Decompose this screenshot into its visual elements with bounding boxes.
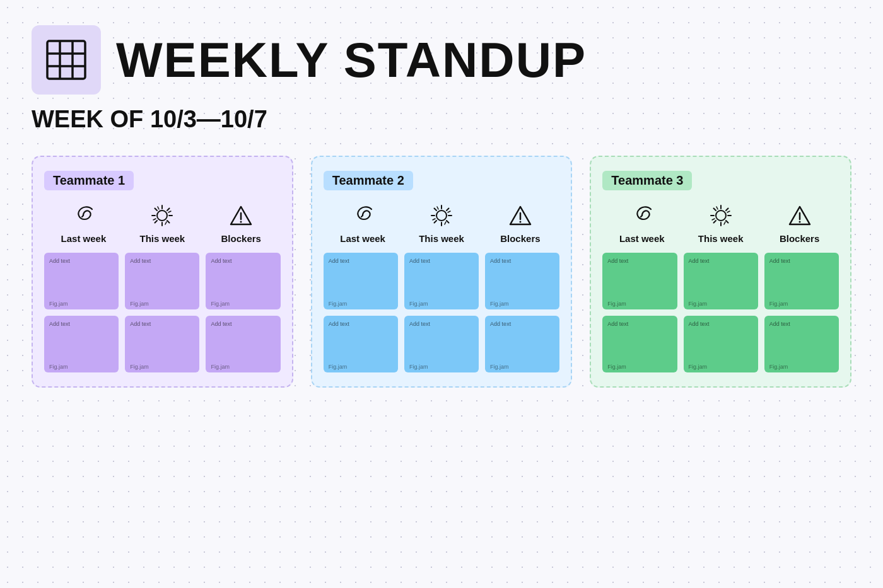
notes-rows-3: Add textFig.jamAdd textFig.jamAdd textFi… <box>602 253 839 372</box>
teammate-card-3: Teammate 3 Last week This week <box>590 156 851 388</box>
col-header-teammate-2-this-week: This week <box>402 202 481 244</box>
note-add-text: Add text <box>490 321 554 327</box>
col-header-teammate-2-blockers: Blockers <box>481 202 559 244</box>
note-add-text: Add text <box>409 321 474 327</box>
col-label-this-week: This week <box>139 233 185 244</box>
note-add-text: Add text <box>49 321 114 327</box>
sticky-note[interactable]: Add textFig.jam <box>602 253 677 309</box>
note-source-label: Fig.jam <box>49 364 114 370</box>
burst-icon <box>148 202 176 229</box>
note-add-text: Add text <box>211 258 275 264</box>
note-source-label: Fig.jam <box>329 364 393 370</box>
note-add-text: Add text <box>211 321 275 327</box>
note-source-label: Fig.jam <box>769 364 834 370</box>
note-add-text: Add text <box>689 321 753 327</box>
note-source-label: Fig.jam <box>490 364 554 370</box>
notes-row-2-1: Add textFig.jamAdd textFig.jamAdd textFi… <box>324 253 560 309</box>
svg-line-44 <box>716 207 718 209</box>
note-source-label: Fig.jam <box>607 301 672 307</box>
burst-icon <box>428 202 455 229</box>
note-source-label: Fig.jam <box>689 301 753 307</box>
svg-line-40 <box>713 209 716 211</box>
teammate-label-3: Teammate 3 <box>602 171 692 190</box>
col-headers-1: Last week This week Blockers <box>44 202 281 244</box>
svg-line-12 <box>167 209 170 211</box>
col-label-last-week: Last week <box>61 233 107 244</box>
svg-line-45 <box>724 222 725 224</box>
col-label-blockers: Blockers <box>500 233 540 244</box>
col-label-last-week: Last week <box>340 233 385 244</box>
notes-rows-2: Add textFig.jamAdd textFig.jamAdd textFi… <box>324 253 560 372</box>
week-label: WEEK OF 10/3—10/7 <box>32 106 851 133</box>
note-source-label: Fig.jam <box>769 301 834 307</box>
col-label-blockers: Blockers <box>780 233 819 244</box>
notes-row-3-2: Add textFig.jamAdd textFig.jamAdd textFi… <box>602 316 839 372</box>
sticky-note[interactable]: Add textFig.jam <box>44 316 119 372</box>
sticky-note[interactable]: Add textFig.jam <box>684 316 758 372</box>
burst-icon <box>707 202 735 229</box>
sticky-note[interactable]: Add textFig.jam <box>206 253 280 309</box>
col-label-this-week: This week <box>698 233 744 244</box>
sticky-note[interactable]: Add textFig.jam <box>125 316 199 372</box>
col-header-teammate-3-this-week: This week <box>681 202 760 244</box>
note-add-text: Add text <box>409 258 474 264</box>
note-source-label: Fig.jam <box>130 364 194 370</box>
note-add-text: Add text <box>130 321 194 327</box>
col-header-teammate-3-blockers: Blockers <box>760 202 839 244</box>
note-add-text: Add text <box>329 258 393 264</box>
notes-row-2-2: Add textFig.jamAdd textFig.jamAdd textFi… <box>324 316 560 372</box>
sticky-note[interactable]: Add textFig.jam <box>602 316 677 372</box>
sticky-note[interactable]: Add textFig.jam <box>324 316 398 372</box>
svg-point-19 <box>240 221 242 223</box>
svg-line-13 <box>155 221 158 223</box>
note-add-text: Add text <box>329 321 393 327</box>
svg-line-11 <box>167 221 170 223</box>
svg-line-25 <box>435 209 437 211</box>
spiral-icon <box>69 202 97 229</box>
svg-line-14 <box>158 207 159 209</box>
logo-box <box>32 25 101 95</box>
sticky-note[interactable]: Add textFig.jam <box>764 316 839 372</box>
svg-line-17 <box>153 219 156 220</box>
sticky-note[interactable]: Add textFig.jam <box>764 253 839 309</box>
spiral-icon <box>349 202 377 229</box>
sticky-note[interactable]: Add textFig.jam <box>485 253 559 309</box>
svg-line-28 <box>435 221 437 223</box>
note-source-label: Fig.jam <box>130 301 194 307</box>
sticky-note[interactable]: Add textFig.jam <box>44 253 119 309</box>
teammate-card-1: Teammate 1 Last week This week <box>32 156 293 388</box>
note-add-text: Add text <box>607 258 672 264</box>
col-header-teammate-1-blockers: Blockers <box>202 202 281 244</box>
note-add-text: Add text <box>769 321 834 327</box>
sticky-note[interactable]: Add textFig.jam <box>125 253 199 309</box>
note-add-text: Add text <box>130 258 194 264</box>
note-source-label: Fig.jam <box>490 301 554 307</box>
sticky-note[interactable]: Add textFig.jam <box>404 253 479 309</box>
note-add-text: Add text <box>490 258 554 264</box>
sticky-note[interactable]: Add textFig.jam <box>485 316 559 372</box>
svg-point-34 <box>519 221 521 223</box>
sticky-note[interactable]: Add textFig.jam <box>684 253 758 309</box>
sticky-note[interactable]: Add textFig.jam <box>206 316 280 372</box>
note-add-text: Add text <box>689 258 753 264</box>
svg-point-20 <box>436 210 447 221</box>
notes-row-3-1: Add textFig.jamAdd textFig.jamAdd textFi… <box>602 253 839 309</box>
sticky-note[interactable]: Add textFig.jam <box>324 253 398 309</box>
teammates-row: Teammate 1 Last week This week <box>32 156 851 388</box>
col-label-blockers: Blockers <box>221 233 261 244</box>
warning-icon <box>227 202 255 229</box>
note-source-label: Fig.jam <box>211 364 275 370</box>
svg-rect-0 <box>47 41 85 79</box>
notes-rows-1: Add textFig.jamAdd textFig.jamAdd textFi… <box>44 253 281 372</box>
svg-line-42 <box>726 209 728 211</box>
note-add-text: Add text <box>769 258 834 264</box>
svg-line-31 <box>448 211 450 212</box>
svg-line-16 <box>168 211 171 212</box>
sticky-note[interactable]: Add textFig.jam <box>404 316 479 372</box>
col-headers-3: Last week This week Blockers <box>602 202 839 244</box>
svg-line-30 <box>445 222 446 224</box>
notes-row-1-1: Add textFig.jamAdd textFig.jamAdd textFi… <box>44 253 281 309</box>
svg-line-43 <box>713 221 716 223</box>
spiral-icon <box>628 202 656 229</box>
col-headers-2: Last week This week Blockers <box>324 202 560 244</box>
